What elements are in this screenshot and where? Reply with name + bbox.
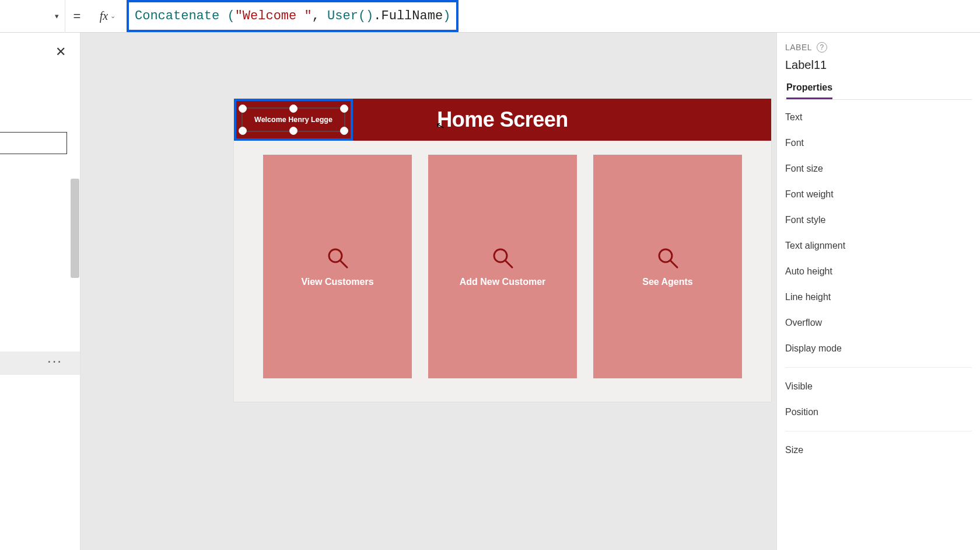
properties-panel: LABEL ? Label11 Properties Text Font Fon…: [777, 33, 980, 550]
prop-group-divider: [785, 367, 972, 374]
search-icon: [656, 246, 680, 270]
search-icon: [326, 246, 349, 270]
app-header: Welcome Henry Legge Home Screen: [234, 99, 771, 141]
svg-line-1: [340, 260, 347, 267]
equals-sign: =: [65, 9, 89, 24]
ellipsis-icon[interactable]: ···: [47, 353, 62, 369]
resize-handle[interactable]: [340, 105, 348, 113]
cards-row: View Customers Add New Customer See Agen…: [234, 141, 771, 402]
fx-button[interactable]: fx ⌄: [89, 0, 127, 33]
chevron-down-icon: ⌄: [110, 12, 116, 20]
prop-group-divider: [785, 431, 972, 437]
resize-handle[interactable]: [239, 105, 247, 113]
prop-visible[interactable]: Visible: [785, 374, 972, 399]
page-title: Home Screen: [437, 107, 568, 132]
prop-auto-height[interactable]: Auto height: [785, 259, 972, 284]
formula-token-paren: (): [358, 9, 373, 23]
formula-token-dot: .FullName: [373, 9, 443, 23]
formula-token-func: Concatenate: [135, 9, 227, 23]
welcome-label[interactable]: Welcome Henry Legge: [242, 107, 345, 132]
selection-outline: Welcome Henry Legge: [234, 99, 353, 141]
property-dropdown[interactable]: ▾: [0, 0, 65, 33]
card-label: Add New Customer: [460, 277, 546, 287]
formula-token-ident: User: [327, 9, 358, 23]
formula-bar: ▾ = fx ⌄ Concatenate ("Welcome ", User()…: [0, 0, 980, 33]
properties-heading: LABEL ?: [785, 42, 972, 53]
resize-handle[interactable]: [340, 127, 348, 135]
search-icon: [491, 246, 514, 270]
formula-token-comma: ,: [312, 9, 327, 23]
chevron-down-icon: ▾: [55, 12, 59, 20]
resize-handle[interactable]: [289, 127, 298, 135]
formula-token-paren: (: [227, 9, 235, 23]
card-label: View Customers: [301, 277, 373, 287]
card-add-new-customer[interactable]: Add New Customer: [428, 155, 577, 378]
tree-selected-row[interactable]: [0, 351, 80, 375]
prop-font-weight[interactable]: Font weight: [785, 182, 972, 207]
close-icon[interactable]: ✕: [55, 44, 66, 60]
prop-size[interactable]: Size: [785, 437, 972, 463]
tree-search-input[interactable]: [0, 132, 67, 154]
prop-font-size[interactable]: Font size: [785, 156, 972, 182]
fx-label: fx: [100, 9, 108, 23]
prop-display-mode[interactable]: Display mode: [785, 336, 972, 361]
properties-list: Text Font Font size Font weight Font sty…: [785, 105, 972, 463]
control-name: Label11: [785, 58, 972, 72]
tree-view-panel: ✕ ···: [0, 33, 80, 550]
formula-token-paren: ): [443, 9, 450, 23]
prop-text[interactable]: Text: [785, 105, 972, 130]
card-label: See Agents: [642, 277, 693, 287]
main-area: ✕ ··· Welcome Henry Legge: [0, 33, 980, 550]
scrollbar-thumb[interactable]: [71, 179, 79, 278]
card-view-customers[interactable]: View Customers: [263, 155, 412, 378]
canvas[interactable]: Welcome Henry Legge Home Screen: [80, 33, 777, 550]
svg-line-5: [670, 260, 677, 267]
prop-font[interactable]: Font: [785, 130, 972, 156]
formula-input[interactable]: Concatenate ("Welcome ", User().FullName…: [135, 9, 450, 23]
card-see-agents[interactable]: See Agents: [593, 155, 742, 378]
app-screen[interactable]: Welcome Henry Legge Home Screen: [234, 99, 771, 402]
formula-token-string: "Welcome ": [235, 9, 312, 23]
resize-handle[interactable]: [239, 127, 247, 135]
resize-handle[interactable]: [289, 105, 298, 113]
svg-line-3: [505, 260, 512, 267]
formula-input-highlight: Concatenate ("Welcome ", User().FullName…: [127, 0, 459, 32]
prop-overflow[interactable]: Overflow: [785, 310, 972, 336]
prop-text-alignment[interactable]: Text alignment: [785, 233, 972, 259]
properties-tabs: Properties: [785, 82, 972, 100]
tab-properties[interactable]: Properties: [786, 82, 832, 99]
welcome-text: Welcome Henry Legge: [254, 116, 332, 124]
control-type-label: LABEL: [785, 43, 812, 52]
prop-font-style[interactable]: Font style: [785, 207, 972, 233]
prop-position[interactable]: Position: [785, 399, 972, 425]
prop-line-height[interactable]: Line height: [785, 284, 972, 310]
help-icon[interactable]: ?: [817, 42, 827, 53]
